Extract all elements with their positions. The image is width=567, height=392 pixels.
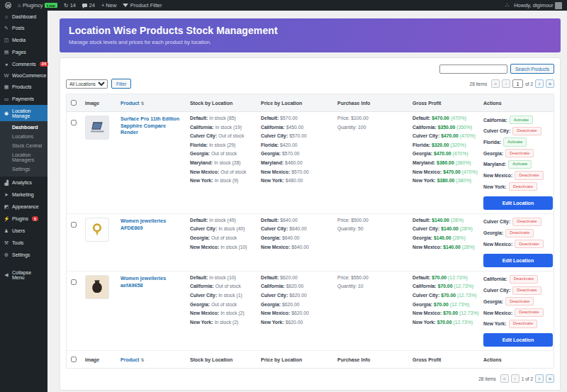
product-sort-link[interactable]: Product xyxy=(120,357,139,362)
sidebar-item-appearance[interactable]: ◩Appearance xyxy=(0,201,47,213)
product-name-link[interactable]: Women jewelleries aefA9658 xyxy=(120,275,190,289)
deactivate-button[interactable]: Deactivate xyxy=(512,286,541,295)
stock-value: In stock (19) xyxy=(215,125,242,130)
location-label: Georgia: xyxy=(261,235,281,240)
sidebar-item-media[interactable]: ◫Media xyxy=(0,34,47,46)
sidebar-item-location-manage[interactable]: ◉Location Manage xyxy=(0,105,47,121)
price-line: Georgia:$620.00 xyxy=(261,302,337,308)
column-header-price-by-location: Price by Location xyxy=(261,357,337,362)
profit-amount: $470.00 xyxy=(432,116,449,121)
search-input[interactable] xyxy=(439,65,507,74)
price-line: New York:$620.00 xyxy=(261,320,337,325)
gross-profit-line: Culver City:$70.00(12.73%) xyxy=(412,293,483,298)
action-line: Georgia:Deactivate xyxy=(483,297,553,306)
location-label: Georgia: xyxy=(412,302,432,307)
sidebar-item-tools[interactable]: ⚒Tools xyxy=(0,237,47,249)
product-filter-link[interactable]: Product Filter xyxy=(123,2,162,9)
location-label: Default: xyxy=(412,116,430,121)
filter-button[interactable]: Filter xyxy=(111,79,131,89)
sidebar-item-plugins[interactable]: ⚡Plugins5 xyxy=(0,213,47,225)
next-page-button-bottom[interactable]: › xyxy=(535,374,544,383)
last-page-button[interactable]: » xyxy=(546,79,554,88)
row-checkbox[interactable] xyxy=(71,222,77,228)
comments-link[interactable]: 24 xyxy=(82,2,95,9)
first-page-button-bottom[interactable]: « xyxy=(500,374,509,383)
updates-link[interactable]: ↻ 14 xyxy=(64,2,76,9)
sidebar-item-payments[interactable]: ▭Payments xyxy=(0,93,47,105)
sidebar-item-pages[interactable]: ▤Pages xyxy=(0,46,47,58)
location-label: Default: xyxy=(412,275,430,280)
edit-location-button[interactable]: Edit Location xyxy=(483,254,553,267)
last-page-button-bottom[interactable]: » xyxy=(546,374,554,383)
page-subtitle: Manage stock levels and prices for each … xyxy=(69,39,551,45)
first-page-button[interactable]: « xyxy=(491,79,500,88)
sidebar-item-settings[interactable]: ⚙Settings xyxy=(0,249,47,261)
location-label: New Mexico: xyxy=(261,245,290,250)
deactivate-button[interactable]: Deactivate xyxy=(505,229,534,237)
location-filter-select[interactable]: All Locations xyxy=(66,79,108,89)
activate-button[interactable]: Activate xyxy=(510,116,533,124)
sidebar-item-dashboard[interactable]: ⌂Dashboard xyxy=(0,11,47,22)
collapse-menu-button[interactable]: ◀ Collapse Menu xyxy=(0,267,47,283)
network-icon[interactable]: ∴ xyxy=(505,2,509,9)
edit-location-button[interactable]: Edit Location xyxy=(483,196,553,210)
sidebar-item-products[interactable]: ▦Products xyxy=(0,81,47,93)
edit-location-button[interactable]: Edit Location xyxy=(483,333,553,347)
product-thumbnail-vase xyxy=(85,275,109,299)
row-checkbox[interactable] xyxy=(71,279,77,285)
profit-amount: $350.00 xyxy=(438,125,456,130)
location-label: New York: xyxy=(261,178,284,183)
product-name-link[interactable]: Surface Pro 11th Edition Sapphire Compar… xyxy=(120,116,190,136)
submenu-item-dashboard[interactable]: Dashboard xyxy=(0,123,47,132)
prev-page-button-bottom[interactable]: ‹ xyxy=(511,374,520,383)
deactivate-button[interactable]: Deactivate xyxy=(509,320,537,328)
stock-line: Georgia:Out of stock xyxy=(190,235,261,241)
wp-logo-menu[interactable]: W xyxy=(5,2,11,9)
activate-button[interactable]: Activate xyxy=(508,160,532,169)
select-all-checkbox-footer[interactable] xyxy=(71,357,77,362)
sidebar-item-users[interactable]: ♟Users xyxy=(0,225,47,237)
deactivate-button[interactable]: Deactivate xyxy=(505,297,534,306)
submenu-item-location-managers[interactable]: Location Managers xyxy=(0,150,47,164)
deactivate-button[interactable]: Deactivate xyxy=(515,240,543,248)
deactivate-button[interactable]: Deactivate xyxy=(509,182,537,191)
deactivate-button[interactable]: Deactivate xyxy=(512,127,541,135)
search-products-button[interactable]: Search Products xyxy=(510,64,554,74)
new-content-link[interactable]: + New xyxy=(101,2,116,9)
action-line: Florida:Activate xyxy=(483,138,553,146)
activate-button[interactable]: Activate xyxy=(503,138,527,146)
sidebar-item-analytics[interactable]: ▟Analytics xyxy=(0,177,47,189)
deactivate-button[interactable]: Deactivate xyxy=(510,275,538,284)
posts-icon: ✎ xyxy=(4,26,9,31)
sidebar-item-comments[interactable]: ●Comments24 xyxy=(0,58,47,69)
deactivate-button[interactable]: Deactivate xyxy=(515,308,543,317)
location-label: Georgia: xyxy=(412,151,432,156)
deactivate-button[interactable]: Deactivate xyxy=(505,149,534,157)
deactivate-button[interactable]: Deactivate xyxy=(515,171,543,179)
row-checkbox[interactable] xyxy=(71,120,77,125)
sidebar-item-woocommerce[interactable]: WWooCommerce xyxy=(0,69,47,81)
gross-profit-line: New Mexico:$70.00(12.73%) xyxy=(412,310,483,316)
profit-percent: (28%) xyxy=(462,245,475,250)
items-count-bottom: 28 items xyxy=(478,376,496,381)
my-account-link[interactable]: Howdy, digimour xyxy=(514,2,562,9)
submenu-item-settings[interactable]: Settings xyxy=(0,164,47,174)
sidebar-item-marketing[interactable]: ➤Marketing xyxy=(0,189,47,201)
products-table: ImageProduct ⇅Stock by LocationPrice by … xyxy=(66,94,554,369)
stock-line: Culver City:In stock (1) xyxy=(190,293,261,298)
sidebar-item-posts[interactable]: ✎Posts xyxy=(0,22,47,34)
location-label: Default: xyxy=(261,218,279,223)
next-page-button[interactable]: › xyxy=(535,79,544,88)
pages-icon: ▤ xyxy=(4,50,9,55)
deactivate-button[interactable]: Deactivate xyxy=(512,218,541,226)
submenu-item-locations[interactable]: Locations xyxy=(0,132,47,141)
submenu-item-stock-central[interactable]: Stock Central xyxy=(0,141,47,150)
profit-percent: (28%) xyxy=(453,235,466,240)
site-name-link[interactable]: ⌂ Plugincy Live xyxy=(18,2,57,9)
product-sort-link[interactable]: Product xyxy=(120,101,139,106)
select-all-checkbox[interactable] xyxy=(71,100,77,106)
prev-page-button[interactable]: ‹ xyxy=(502,79,510,88)
product-name-link[interactable]: Women jewelleries AFDE869 xyxy=(120,218,190,231)
location-label: Florida: xyxy=(190,142,208,147)
current-page-input[interactable] xyxy=(512,79,523,88)
